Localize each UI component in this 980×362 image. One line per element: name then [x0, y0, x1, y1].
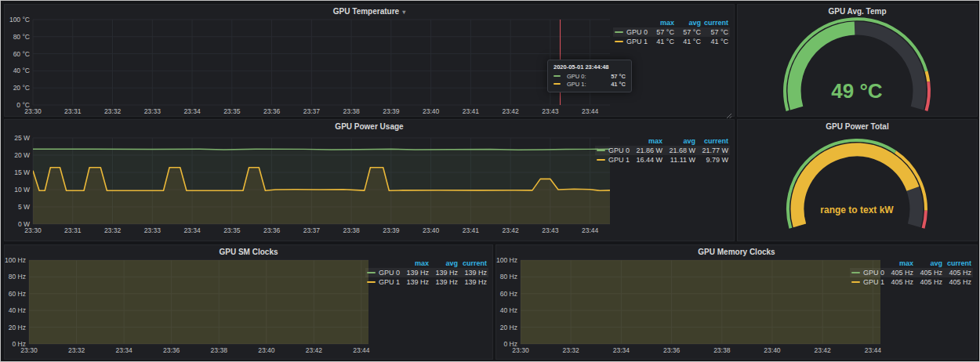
legend-series-name[interactable]: GPU 0 — [613, 27, 649, 37]
y-axis-tick-label: 15 W — [14, 168, 30, 176]
y-axis-tick-label: 60 Hz — [500, 290, 517, 298]
legend-series-name[interactable]: GPU 1 — [595, 155, 631, 165]
x-axis-tick-label: 23:36 — [163, 346, 180, 354]
legend-value: 139 Hz — [459, 277, 488, 287]
y-axis-tick-label: 5 W — [18, 203, 30, 211]
legend-series-name[interactable]: GPU 1 — [613, 37, 649, 46]
x-axis-tick-label: 23:36 — [263, 107, 281, 115]
y-axis-tick-label: 20 Hz — [500, 324, 517, 331]
legend-series-name[interactable]: GPU 0 — [365, 268, 401, 277]
x-axis-tick-label: 23:31 — [64, 226, 82, 234]
panel-title-gpu-memory-clocks[interactable]: GPU Memory Clocks — [496, 248, 977, 256]
legend-value: 405 Hz — [915, 268, 944, 277]
x-axis-tick-label: 23:37 — [303, 107, 321, 115]
y-axis-tick-label: 100 °C — [9, 16, 30, 24]
x-axis-tick-label: 23:37 — [303, 226, 321, 234]
series-color-dash-icon — [597, 159, 605, 161]
x-axis-tick-label: 23:40 — [423, 107, 440, 115]
x-axis-tick-label: 23:39 — [383, 107, 400, 115]
panel-title-text: GPU Avg. Temp — [828, 7, 886, 16]
legend-value: 139 Hz — [401, 277, 430, 287]
legend-value: 405 Hz — [944, 277, 973, 287]
panel-title-gpu-temperature[interactable]: GPU Temperature▾ — [5, 7, 734, 16]
series-color-dash-icon — [367, 281, 376, 283]
legend-series-name[interactable]: GPU 0 — [595, 146, 631, 155]
tooltip-series-name: GPU 1: — [567, 81, 586, 88]
x-axis-tick-label: 23:34 — [183, 107, 201, 115]
x-axis-tick-label: 23:32 — [68, 346, 85, 354]
x-axis-tick-label: 23:44 — [582, 107, 599, 115]
tooltip-series-value: 41 °C — [611, 81, 626, 88]
x-axis-tick-label: 23:40 — [423, 226, 440, 234]
x-axis-tick-label: 23:36 — [263, 226, 281, 234]
x-axis-tick-label: 23:35 — [223, 107, 241, 115]
x-axis-tick-label: 23:41 — [463, 107, 480, 115]
panel-gpu-sm-clocks: GPU SM Clocks 0 Hz20 Hz40 Hz60 Hz80 Hz10… — [4, 244, 493, 360]
x-axis-tick-label: 23:39 — [383, 226, 400, 234]
series-color-dash-icon — [554, 75, 561, 77]
legend-value: 405 Hz — [886, 268, 915, 277]
gauge-value-text: 49 °C — [831, 79, 883, 103]
gpu-power-total-gauge: range to text kW — [738, 120, 978, 242]
x-axis-tick-label: 23:30 — [24, 107, 42, 115]
panel-resize-handle[interactable] — [726, 108, 732, 114]
legend-header: avg — [676, 18, 702, 27]
gauge-value-text: range to text kW — [820, 205, 894, 215]
x-axis-tick-label: 23:30 — [24, 226, 42, 234]
gauge-threshold-segment — [927, 71, 929, 81]
series-color-dash-icon — [554, 83, 561, 85]
legend-series-name[interactable]: GPU 0 — [850, 268, 886, 277]
legend-value: 405 Hz — [944, 268, 973, 277]
x-axis-tick-label: 23:30 — [20, 346, 38, 354]
legend-value: 139 Hz — [459, 268, 488, 277]
panel-title-text: GPU SM Clocks — [219, 248, 278, 256]
legend-header: current — [944, 259, 973, 268]
legend-value: 9.79 W — [697, 155, 730, 165]
legend-value: 57 °C — [649, 27, 676, 37]
legend-value: 57 °C — [676, 27, 702, 37]
series-color-dash-icon — [615, 31, 623, 33]
legend-row: GPU 057 °C57 °C57 °C — [613, 27, 730, 37]
legend-row: GPU 021.86 W21.68 W21.77 W — [595, 146, 730, 155]
x-axis-tick-label: 23:35 — [223, 226, 241, 234]
legend-value: 21.68 W — [664, 146, 697, 155]
x-axis-tick-label: 23:30 — [512, 346, 529, 354]
legend-header: current — [697, 136, 730, 146]
x-axis-tick-label: 23:38 — [211, 346, 228, 354]
legend-row: GPU 1139 Hz139 Hz139 Hz — [365, 277, 488, 287]
panel-gpu-avg-temp: GPU Avg. Temp 49 °C — [737, 4, 978, 117]
legend-value: 16.44 W — [631, 155, 664, 165]
panel-title-gpu-power-usage[interactable]: GPU Power Usage — [5, 122, 734, 131]
panel-title-gpu-avg-temp[interactable]: GPU Avg. Temp — [738, 7, 977, 16]
legend: maxavgcurrentGPU 021.86 W21.68 W21.77 WG… — [595, 136, 730, 165]
x-axis-tick-label: 23:42 — [306, 346, 323, 354]
legend-series-name[interactable]: GPU 1 — [850, 277, 886, 287]
x-axis-tick-label: 23:38 — [343, 107, 360, 115]
panel-gpu-memory-clocks: GPU Memory Clocks 0 Hz20 Hz40 Hz60 Hz80 … — [495, 244, 978, 360]
x-axis-tick-label: 23:43 — [542, 107, 559, 115]
panel-title-gpu-sm-clocks[interactable]: GPU SM Clocks — [5, 248, 492, 256]
x-axis-tick-label: 23:36 — [663, 346, 681, 354]
legend-header: current — [459, 259, 488, 268]
legend: maxavgcurrentGPU 0405 Hz405 Hz405 HzGPU … — [850, 259, 973, 287]
grafana-dashboard: GPU Temperature▾ 0 °C20 °C40 °C60 °C80 °… — [0, 0, 980, 362]
legend-series-name[interactable]: GPU 1 — [365, 277, 401, 287]
panel-title-gpu-power-total[interactable]: GPU Power Total — [738, 122, 977, 131]
legend-value: 139 Hz — [430, 277, 459, 287]
x-axis-tick-label: 23:42 — [502, 107, 519, 115]
legend-value: 11.11 W — [664, 155, 697, 165]
x-axis-tick-label: 23:32 — [104, 107, 122, 115]
series-color-dash-icon — [597, 150, 605, 151]
legend-row: GPU 1405 Hz405 Hz405 Hz — [850, 277, 973, 287]
legend-header: avg — [915, 259, 944, 268]
x-axis-tick-label: 23:32 — [104, 226, 122, 234]
legend-value: 57 °C — [702, 27, 730, 37]
legend-value: 21.77 W — [697, 146, 730, 155]
legend-value: 41 °C — [676, 37, 702, 46]
y-axis-tick-label: 20 Hz — [9, 324, 26, 331]
gauge-threshold-segment — [924, 211, 926, 228]
y-axis-tick-label: 60 °C — [13, 50, 30, 58]
y-axis-tick-label: 40 Hz — [9, 306, 26, 314]
y-axis-tick-label: 80 Hz — [9, 273, 26, 281]
legend-value: 41 °C — [649, 37, 676, 46]
